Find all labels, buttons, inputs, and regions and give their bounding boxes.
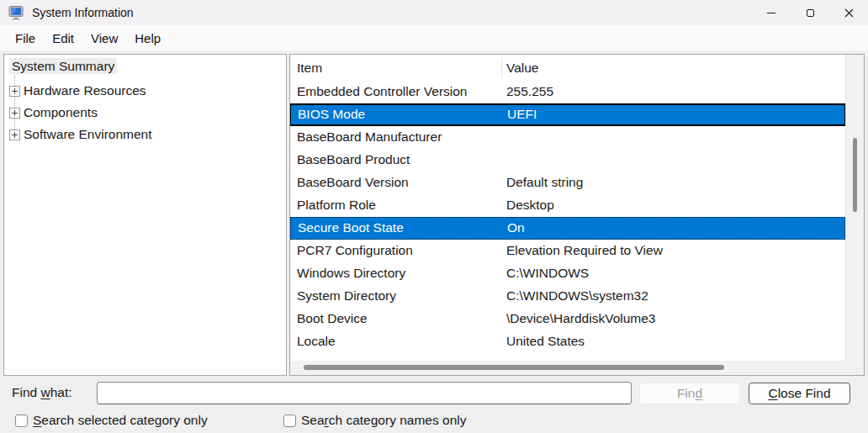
menu-file[interactable]: File xyxy=(7,28,44,49)
search-selected-category-checkbox[interactable] xyxy=(15,415,28,427)
minimize-icon xyxy=(767,13,775,13)
menu-help[interactable]: Help xyxy=(126,28,169,49)
detail-list-pane: Item Value Embedded Controller Version25… xyxy=(289,54,865,376)
close-icon xyxy=(844,8,854,18)
tree-item-system-summary[interactable]: System Summary xyxy=(9,59,117,74)
expand-plus-icon[interactable] xyxy=(9,86,20,97)
table-row[interactable]: BaseBoard Product xyxy=(290,149,845,172)
maximize-button[interactable] xyxy=(791,0,829,25)
menu-bar: File Edit View Help xyxy=(0,25,868,50)
search-category-names-label: Search category names only xyxy=(301,413,466,428)
find-bar: Find what: Find Close Find Search select… xyxy=(0,376,868,433)
table-row-selected[interactable]: BIOS ModeUEFI xyxy=(290,103,845,126)
window-title: System Information xyxy=(32,6,134,19)
list-rows: Embedded Controller Version255.255 BIOS … xyxy=(290,81,845,353)
search-selected-category-label: Search selected category only xyxy=(33,413,208,428)
list-header: Item Value xyxy=(290,55,845,81)
find-button[interactable]: Find xyxy=(639,383,740,404)
tree-item-components[interactable]: Components xyxy=(4,102,98,124)
column-header-item[interactable]: Item xyxy=(297,61,322,76)
find-what-label: Find what: xyxy=(12,385,72,400)
table-row[interactable]: Platform RoleDesktop xyxy=(290,194,845,217)
tree-item-label: Hardware Resources xyxy=(24,83,146,98)
menu-edit[interactable]: Edit xyxy=(44,28,82,49)
table-row[interactable]: BaseBoard VersionDefault string xyxy=(290,172,845,194)
tree-item-software-environment[interactable]: Software Environment xyxy=(4,124,152,145)
horizontal-scrollbar[interactable] xyxy=(290,361,864,375)
menu-view[interactable]: View xyxy=(82,28,126,49)
column-header-value[interactable]: Value xyxy=(506,61,539,76)
minimize-button[interactable] xyxy=(752,0,791,25)
search-selected-category-option: Search selected category only xyxy=(15,413,208,428)
expand-plus-icon[interactable] xyxy=(9,108,20,119)
maximize-icon xyxy=(807,9,814,17)
close-button[interactable] xyxy=(829,0,868,25)
table-row[interactable]: LocaleUnited States xyxy=(290,330,845,353)
vertical-scrollbar-thumb[interactable] xyxy=(853,138,857,212)
table-row[interactable]: System DirectoryC:\WINDOWS\system32 xyxy=(290,285,845,308)
horizontal-scrollbar-thumb[interactable] xyxy=(304,365,724,370)
vertical-scrollbar[interactable] xyxy=(845,55,864,361)
find-input[interactable] xyxy=(97,382,632,404)
search-options-row: Search selected category only Search cat… xyxy=(0,413,868,431)
table-row[interactable]: Embedded Controller Version255.255 xyxy=(290,81,845,103)
tree-item-label: System Summary xyxy=(9,58,117,74)
tree-item-label: Software Environment xyxy=(24,127,152,142)
column-divider[interactable] xyxy=(501,58,502,78)
system-information-icon xyxy=(8,6,24,20)
expand-plus-icon[interactable] xyxy=(9,129,20,140)
table-row[interactable]: PCR7 ConfigurationElevation Required to … xyxy=(290,240,845,262)
table-row[interactable]: Windows DirectoryC:\WINDOWS xyxy=(290,262,845,285)
category-tree-pane: System Summary Hardware Resources Compon… xyxy=(3,54,287,376)
tree-item-hardware-resources[interactable]: Hardware Resources xyxy=(4,80,146,102)
search-category-names-option: Search category names only xyxy=(283,413,466,428)
close-find-button[interactable]: Close Find xyxy=(749,383,850,404)
search-category-names-checkbox[interactable] xyxy=(283,415,296,427)
tree-item-label: Components xyxy=(24,105,98,120)
table-row[interactable]: BaseBoard Manufacturer xyxy=(290,126,845,149)
table-row-selected-focused[interactable]: Secure Boot StateOn xyxy=(290,217,845,240)
title-bar: System Information xyxy=(0,0,868,25)
table-row[interactable]: Boot Device\Device\HarddiskVolume3 xyxy=(290,308,845,330)
